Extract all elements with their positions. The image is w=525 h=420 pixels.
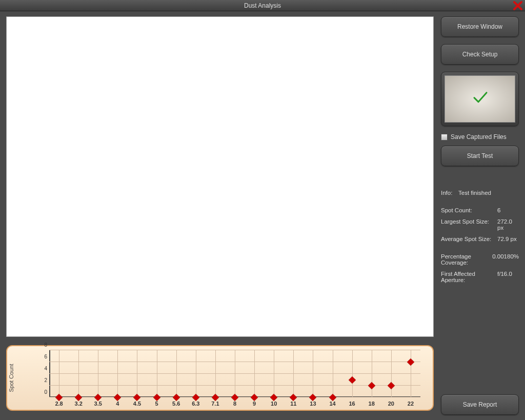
chart-plot-area: 024682.83.23.544.555.66.37.1891011131416… [40,350,425,397]
chart-gridline [352,350,353,397]
info-value: 272.0 px [497,218,519,231]
chart-gridline [215,350,216,397]
chart-ytick: 0 [40,389,47,395]
chart-gridline [117,350,118,397]
chart-marker [270,394,277,401]
chart-marker [55,394,63,401]
chart-gridline [372,350,372,397]
info-value: 72.9 px [497,236,519,242]
chart-marker [94,394,102,401]
chart-xtick: 10 [271,401,277,407]
start-test-button[interactable]: Start Test [441,146,519,166]
chart-ytick: 6 [40,354,47,359]
chart-ytick: 8 [40,342,47,348]
spot-count-chart: Spot Count 024682.83.23.544.555.66.37.18… [6,345,434,411]
save-captured-label: Save Captured Files [451,133,507,141]
chart-marker [75,394,82,401]
chart-gridline [157,350,157,397]
chart-xtick: 20 [388,401,394,407]
chart-marker [309,394,316,401]
chart-marker [133,394,140,401]
chart-marker [114,394,121,401]
chart-marker [192,394,199,401]
chart-marker [329,394,336,401]
chart-y-axis [49,350,50,397]
info-value: 0.00180% [492,253,519,266]
chart-xtick: 3.5 [94,401,102,407]
info-key: First Affected Aperture: [441,271,497,283]
chart-xtick: 4.5 [133,401,141,407]
chart-marker [251,394,258,401]
save-captured-row[interactable]: Save Captured Files [441,133,519,141]
chart-marker [212,394,219,401]
window-titlebar: Dust Analysis [0,0,525,11]
info-key: Largest Spot Size: [441,218,497,231]
chart-gridline [411,350,411,397]
chart-xtick: 5.6 [172,401,180,407]
info-key: Percentage Coverage: [441,253,492,266]
info-block: Info: Test finished Spot Count:6Largest … [441,190,519,283]
chart-gridline [59,350,59,397]
chart-gridline [196,350,196,397]
chart-gridline [254,350,255,397]
chart-marker [173,394,180,401]
info-key: Average Spot Size: [441,236,497,242]
chart-gridline [176,350,177,397]
chart-xtick: 4 [116,401,119,407]
info-row: Average Spot Size:72.9 px [441,236,519,242]
restore-window-button[interactable]: Restore Window [441,16,519,37]
chart-gridline [137,350,137,397]
chart-gridline [333,350,333,397]
chart-xtick: 2.8 [55,401,63,407]
chart-ytick: 4 [40,366,47,371]
chart-xtick: 6.3 [192,401,199,407]
chart-marker [388,382,395,389]
info-row: Largest Spot Size:272.0 px [441,218,519,231]
chart-xtick: 16 [349,401,355,407]
chart-ylabel: Spot Count [8,364,14,392]
chart-xtick: 14 [329,401,335,407]
chart-xtick: 11 [290,401,296,407]
chart-gridline [98,350,98,397]
chart-xtick: 3.2 [75,401,83,407]
content-area: Spot Count 024682.83.23.544.555.66.37.18… [0,11,525,420]
chart-xtick: 18 [369,401,375,407]
info-key: Spot Count: [441,207,497,213]
checkmark-icon [471,89,489,108]
info-label: Info: [441,190,458,196]
capture-thumbnail [441,72,519,126]
info-value: f/16.0 [497,271,519,283]
chart-marker [231,394,238,401]
chart-xtick: 13 [310,401,316,407]
thumbnail-image [445,75,515,123]
chart-marker [349,376,356,383]
main-column: Spot Count 024682.83.23.544.555.66.37.18… [6,16,434,411]
info-row: Percentage Coverage:0.00180% [441,253,519,266]
chart-xtick: 8 [233,401,236,407]
chart-gridline [391,350,392,397]
chart-marker [153,394,160,401]
chart-gridline [313,350,313,397]
info-row: Spot Count:6 [441,207,519,213]
close-icon[interactable] [512,0,524,11]
chart-marker [368,382,375,389]
info-value: Test finished [458,190,519,196]
save-report-button[interactable]: Save Report [441,394,519,415]
chart-marker [407,358,414,366]
chart-gridline [78,350,79,397]
chart-gridline [293,350,294,397]
save-captured-checkbox[interactable] [441,134,448,141]
side-panel: Restore Window Check Setup Save Captured… [441,16,519,415]
chart-gridline [274,350,274,397]
chart-xtick: 5 [155,401,158,407]
preview-canvas [6,16,434,337]
info-row: First Affected Aperture:f/16.0 [441,271,519,283]
chart-ytick: 2 [40,377,47,383]
chart-xtick: 7.1 [211,401,219,407]
chart-xtick: 22 [408,401,414,407]
chart-xtick: 9 [253,401,256,407]
chart-gridline [235,350,235,397]
info-value: 6 [497,207,519,213]
check-setup-button[interactable]: Check Setup [441,44,519,65]
window-title: Dust Analysis [244,2,281,9]
